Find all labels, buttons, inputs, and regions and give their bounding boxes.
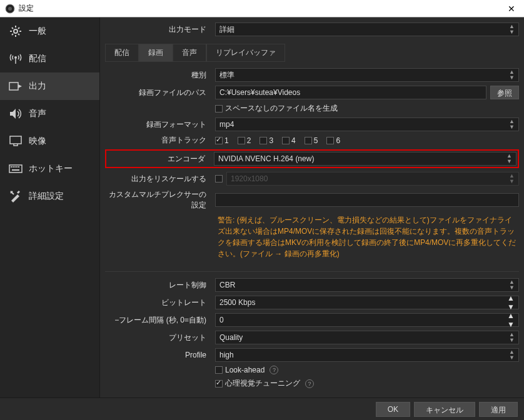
type-select[interactable]: 標準 ▲▼ <box>215 68 519 82</box>
encoder-label: エンコーダ <box>108 154 210 164</box>
updown-icon: ▲▼ <box>509 24 515 35</box>
updown-icon: ▲▼ <box>507 311 515 329</box>
preset-value: Quality <box>219 333 243 342</box>
svg-point-1 <box>8 7 12 11</box>
section-separator <box>105 263 519 272</box>
rec-format-select[interactable]: mp4 ▲▼ <box>215 118 519 131</box>
tools-icon <box>9 190 23 202</box>
svg-rect-7 <box>11 166 12 168</box>
svg-rect-6 <box>9 165 22 172</box>
output-mode-value: 詳細 <box>219 24 234 35</box>
apply-button[interactable]: 適用 <box>479 402 518 417</box>
profile-label: Profile <box>105 351 211 359</box>
help-icon[interactable]: ? <box>270 366 278 374</box>
profile-select[interactable]: high ▲▼ <box>215 348 519 362</box>
updown-icon: ▲▼ <box>509 69 515 81</box>
obs-icon <box>5 4 15 14</box>
cancel-button[interactable]: キャンセル <box>414 402 475 417</box>
svg-rect-11 <box>18 166 19 168</box>
rescale-checkbox[interactable] <box>215 175 223 182</box>
no-space-filename-label: スペースなしのファイル名を生成 <box>225 103 338 114</box>
sidebar-item-video[interactable]: 映像 <box>0 128 99 155</box>
lookahead-checkbox[interactable] <box>215 366 223 374</box>
tab-audio[interactable]: 音声 <box>173 44 206 62</box>
bitrate-label: ビットレート <box>105 298 211 308</box>
sidebar-item-output[interactable]: 出力 <box>0 72 99 100</box>
sidebar-item-audio[interactable]: 音声 <box>0 100 99 128</box>
tab-stream[interactable]: 配信 <box>105 44 139 62</box>
output-mode-select[interactable]: 詳細 ▲▼ <box>215 22 519 36</box>
track-1-checkbox[interactable] <box>215 137 223 144</box>
psycho-visual-checkbox[interactable] <box>215 380 223 388</box>
tracks-label: 音声トラック <box>105 135 211 146</box>
sidebar-item-label: 詳細設定 <box>29 191 64 202</box>
keyint-spin[interactable]: 0 ▲▼ <box>215 313 519 327</box>
mux-label: カスタムマルチプレクサーの設定 <box>105 189 211 211</box>
rate-control-value: CBR <box>219 281 235 289</box>
rate-control-select[interactable]: CBR ▲▼ <box>215 278 519 292</box>
output-mode-label: 出力モード <box>105 24 211 35</box>
rescale-label: 出力をリスケールする <box>105 174 211 184</box>
close-icon[interactable]: ✕ <box>504 4 519 14</box>
track-num: 6 <box>336 136 340 145</box>
track-num: 1 <box>224 136 229 145</box>
speaker-icon <box>9 108 23 120</box>
rec-format-label: 録画フォーマット <box>105 119 211 130</box>
updown-icon: ▲▼ <box>509 173 515 184</box>
svg-rect-12 <box>12 169 19 171</box>
track-5-checkbox[interactable] <box>305 137 312 144</box>
encoder-select[interactable]: NVIDIA NVENC H.264 (new) ▲▼ <box>214 152 516 166</box>
track-num: 3 <box>269 136 273 145</box>
gear-icon <box>9 25 23 38</box>
encoder-value: NVIDIA NVENC H.264 (new) <box>218 154 314 163</box>
window-title: 設定 <box>19 3 34 14</box>
keyint-label: −フレーム間隔 (秒, 0=自動) <box>105 315 211 326</box>
tab-replay-buffer[interactable]: リプレイバッファ <box>206 44 285 62</box>
preset-label: プリセット <box>105 332 211 343</box>
sidebar-item-label: 一般 <box>29 26 46 37</box>
bitrate-spin[interactable]: 2500 Kbps ▲▼ <box>215 296 519 309</box>
type-value: 標準 <box>219 70 234 81</box>
updown-icon: ▲▼ <box>509 279 515 291</box>
svg-point-2 <box>14 29 18 33</box>
track-2-checkbox[interactable] <box>238 137 245 144</box>
updown-icon: ▲▼ <box>506 153 512 164</box>
sidebar-item-hotkeys[interactable]: ホットキー <box>0 155 99 182</box>
button-bar: OK キャンセル 適用 <box>0 398 524 420</box>
svg-rect-10 <box>16 166 18 168</box>
encoder-row-highlight: エンコーダ NVIDIA NVENC H.264 (new) ▲▼ <box>105 149 519 168</box>
tab-recording[interactable]: 録画 <box>139 44 173 62</box>
title-bar: 設定 ✕ <box>0 0 524 18</box>
track-6-checkbox[interactable] <box>326 137 334 144</box>
svg-rect-4 <box>9 82 18 90</box>
track-4-checkbox[interactable] <box>282 137 290 144</box>
svg-point-3 <box>14 56 17 59</box>
lookahead-label: Look-ahead <box>225 366 265 374</box>
browse-button[interactable]: 参照 <box>490 86 519 99</box>
monitor-icon <box>9 135 23 148</box>
no-space-filename-checkbox[interactable] <box>215 105 223 112</box>
output-icon <box>9 80 23 92</box>
help-icon[interactable]: ? <box>305 379 314 388</box>
settings-sidebar: 一般 配信 出力 音声 映像 ホットキー 詳細設定 <box>0 18 100 398</box>
rate-control-label: レート制御 <box>105 280 211 291</box>
rec-format-value: mp4 <box>219 120 234 129</box>
output-tabs: 配信 録画 音声 リプレイバッファ <box>105 44 519 62</box>
sidebar-item-stream[interactable]: 配信 <box>0 45 99 72</box>
updown-icon: ▲▼ <box>509 332 515 343</box>
preset-select[interactable]: Quality ▲▼ <box>215 331 519 344</box>
ok-button[interactable]: OK <box>376 402 410 417</box>
rec-path-input[interactable] <box>215 86 486 99</box>
sidebar-item-general[interactable]: 一般 <box>0 18 99 45</box>
track-num: 4 <box>291 136 296 145</box>
bitrate-value: 2500 Kbps <box>219 298 255 307</box>
type-label: 種別 <box>105 70 211 81</box>
track-3-checkbox[interactable] <box>259 137 267 144</box>
updown-icon: ▲▼ <box>509 119 515 130</box>
mux-input[interactable] <box>215 193 519 207</box>
antenna-icon <box>9 52 23 65</box>
psycho-visual-label: 心理視覚チューニング <box>225 378 300 389</box>
sidebar-item-label: ホットキー <box>29 163 73 174</box>
sidebar-item-advanced[interactable]: 詳細設定 <box>0 182 99 210</box>
rescale-select: 1920x1080 ▲▼ <box>226 172 519 186</box>
